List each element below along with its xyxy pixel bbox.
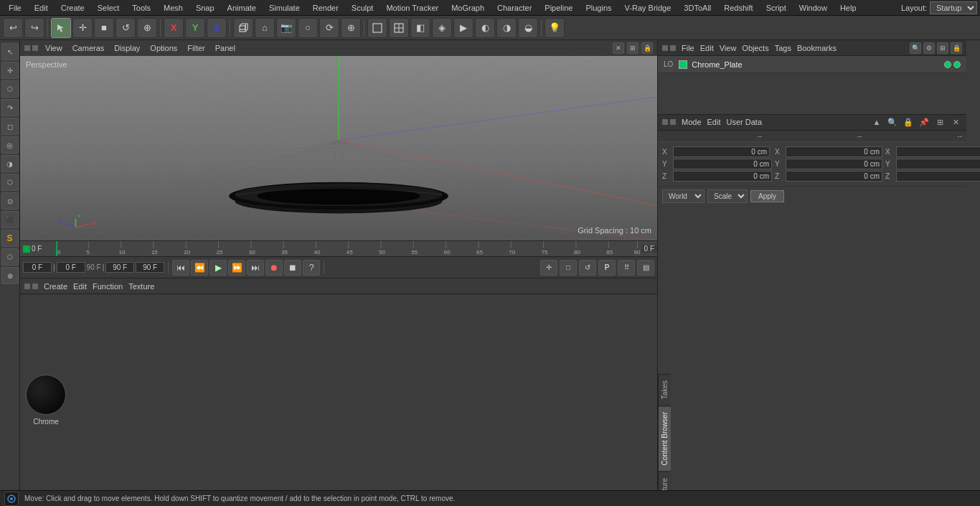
render-view-button[interactable]: ◧ [410, 18, 430, 38]
y-axis-button[interactable]: Y [185, 18, 205, 38]
size-x-input[interactable] [786, 146, 882, 157]
menu-edit[interactable]: Edit [29, 2, 54, 14]
menu-snap[interactable]: Snap [190, 2, 220, 14]
viewport-menu-cameras[interactable]: Cameras [70, 43, 108, 53]
menu-3dtoall[interactable]: 3DToAll [678, 2, 717, 14]
viewport-menu-filter[interactable]: Filter [184, 43, 207, 53]
menu-select[interactable]: Select [92, 2, 126, 14]
apply-button[interactable]: Apply [750, 190, 784, 202]
menu-simulate[interactable]: Simulate [263, 2, 306, 14]
menu-file[interactable]: File [3, 2, 27, 14]
objects-menu-objects[interactable]: Objects [742, 44, 768, 52]
sidebar-btn-half[interactable]: ◑ [1, 155, 19, 172]
attr-icon-lock[interactable]: 🔒 [902, 116, 915, 128]
play-button[interactable]: ▶ [209, 260, 227, 276]
menu-mesh[interactable]: Mesh [158, 2, 189, 14]
deform-button[interactable]: ⟳ [319, 18, 339, 38]
scale-tool-button[interactable]: ■ [94, 18, 114, 38]
objects-menu-bookmarks[interactable]: Bookmarks [797, 44, 837, 52]
redo-button[interactable]: ↪ [24, 18, 44, 38]
viewport-menu-display[interactable]: Display [111, 43, 143, 53]
pos-z-input[interactable] [673, 171, 772, 182]
size-y-input[interactable] [786, 159, 882, 169]
attr-icon-pin[interactable]: 📌 [918, 116, 930, 128]
sidebar-btn-rotate[interactable]: ↷ [1, 99, 19, 116]
objects-lock-icon[interactable]: 🔒 [951, 42, 962, 54]
viewport-maximize-icon[interactable]: ✕ [613, 42, 624, 54]
sidebar-btn-shape2[interactable]: ⬡ [1, 174, 19, 191]
attributes-menu-mode[interactable]: Mode [682, 118, 702, 126]
rotate-tool-button[interactable]: ↺ [116, 18, 136, 38]
pb-move-button[interactable]: ✛ [540, 260, 557, 276]
interactive-render-button[interactable]: ◐ [475, 18, 495, 38]
viewport-single-button[interactable] [367, 18, 387, 38]
obj-vis-dot-2[interactable] [953, 61, 961, 68]
pos-x-input[interactable] [673, 146, 770, 157]
rot-z-input[interactable] [896, 171, 980, 182]
sidebar-btn-plus[interactable]: ⊕ [1, 267, 19, 284]
next-frame-button[interactable]: ⏩ [228, 260, 245, 276]
viewport-menu-view[interactable]: View [42, 43, 65, 53]
timeline-ruler[interactable]: 0 5 10 15 20 25 30 35 [56, 241, 641, 256]
obj-vis-dot-1[interactable] [944, 61, 951, 68]
size-z-input[interactable] [786, 171, 882, 182]
light-button[interactable]: ⌂ [255, 18, 275, 38]
z-axis-button[interactable]: Z [207, 18, 227, 38]
tab-content-browser[interactable]: Content Browser [659, 406, 671, 471]
current-frame-input[interactable] [57, 262, 85, 273]
menu-plugins[interactable]: Plugins [580, 2, 617, 14]
sidebar-btn-target[interactable]: ⊙ [1, 192, 19, 210]
viewport-menu-panel[interactable]: Panel [212, 43, 238, 53]
objects-menu-edit[interactable]: Edit [700, 44, 714, 52]
pb-grid-button[interactable]: ⠿ [618, 260, 635, 276]
pb-p-button[interactable]: P [598, 260, 616, 276]
menu-character[interactable]: Character [491, 2, 537, 14]
viewport-settings-icon[interactable]: ⊞ [627, 42, 639, 54]
objects-search-icon[interactable]: 🔍 [910, 42, 921, 54]
menu-vray[interactable]: V-Ray Bridge [619, 2, 677, 14]
start-frame-input[interactable] [23, 262, 52, 273]
menu-tools[interactable]: Tools [126, 2, 156, 14]
render-button[interactable]: ▶ [453, 18, 473, 38]
undo-button[interactable]: ↩ [3, 18, 23, 38]
menu-pipeline[interactable]: Pipeline [539, 2, 578, 14]
pb-select-button[interactable]: □ [560, 260, 577, 276]
menu-window[interactable]: Window [793, 2, 833, 14]
menu-mograph[interactable]: MoGraph [446, 2, 490, 14]
attr-icon-close[interactable]: ✕ [949, 116, 962, 128]
attr-icon-expand[interactable]: ⊞ [933, 116, 946, 128]
objects-options-icon[interactable]: ⚙ [923, 42, 935, 54]
cube-button[interactable] [233, 18, 253, 38]
viewport-menu-options[interactable]: Options [147, 43, 180, 53]
preview-end-input[interactable] [136, 262, 164, 273]
picture-viewer-button[interactable]: ◒ [518, 18, 538, 38]
attr-icon-arrow[interactable]: ▲ [870, 116, 883, 128]
pb-frame-button[interactable]: ▤ [637, 260, 654, 276]
attr-icon-search[interactable]: 🔍 [886, 116, 899, 128]
material-menu-edit[interactable]: Edit [73, 282, 87, 291]
sidebar-btn-square[interactable]: ◻ [1, 118, 19, 135]
first-frame-button[interactable]: ⏮ [172, 260, 189, 276]
layout-select[interactable]: Startup [930, 1, 977, 14]
scale-select[interactable]: Scale Size [707, 189, 748, 203]
last-frame-button[interactable]: ⏭ [247, 260, 264, 276]
transform-button[interactable]: ⊕ [137, 18, 157, 38]
sidebar-btn-move[interactable]: ✛ [1, 62, 19, 79]
x-axis-button[interactable]: X [164, 18, 184, 38]
question-button[interactable]: ? [303, 260, 320, 276]
objects-menu-file[interactable]: File [682, 44, 694, 52]
spline-button[interactable]: ○ [298, 18, 318, 38]
attributes-menu-user-data[interactable]: User Data [727, 118, 763, 126]
menu-redshift[interactable]: Redshift [718, 2, 758, 14]
move-tool-button[interactable]: ✛ [72, 18, 93, 38]
sidebar-btn-s[interactable]: S [1, 230, 19, 247]
sidebar-btn-shape3[interactable]: ⬡ [1, 248, 19, 266]
preview-start-input[interactable] [105, 262, 134, 273]
menu-motion-tracker[interactable]: Motion Tracker [380, 2, 444, 14]
pb-rotate-button[interactable]: ↺ [579, 260, 596, 276]
objects-menu-tags[interactable]: Tags [775, 44, 791, 52]
world-select[interactable]: World Object [662, 189, 705, 203]
material-item[interactable]: Chrome [26, 375, 66, 426]
render-settings-button[interactable]: ◈ [432, 18, 452, 38]
sidebar-btn-shape1[interactable]: ⬡ [1, 80, 19, 98]
